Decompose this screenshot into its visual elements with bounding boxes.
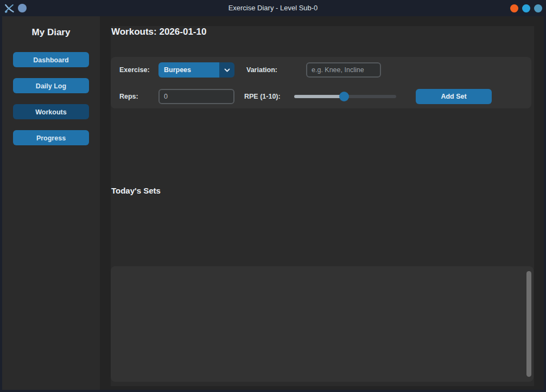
workouts-page: Workouts: 2026-01-10 Exercise: Burpees V… — [111, 26, 534, 386]
exercise-dropdown[interactable]: Burpees — [158, 62, 234, 78]
exercise-dropdown-value: Burpees — [158, 62, 219, 78]
sidebar-heading: My Diary — [2, 27, 100, 38]
sidebar-item-dashboard[interactable]: Dashboard — [13, 52, 89, 67]
page-title: Workouts: 2026-01-10 — [111, 27, 206, 37]
window-border-right — [544, 16, 546, 392]
reps-input[interactable] — [158, 89, 234, 104]
exercise-label: Exercise: — [119, 62, 150, 78]
rpe-slider-thumb[interactable] — [339, 92, 349, 101]
todays-sets-heading: Today's Sets — [111, 186, 161, 195]
titlebar: Exercise Diary - Level Sub-0 — [0, 0, 546, 16]
add-set-button[interactable]: Add Set — [416, 89, 492, 104]
sidebar-item-workouts[interactable]: Workouts — [13, 104, 89, 119]
rpe-slider[interactable] — [294, 95, 396, 98]
window-button-muted-icon[interactable] — [534, 4, 542, 12]
sidebar: My Diary Dashboard Daily Log Workouts Pr… — [2, 16, 100, 390]
chevron-down-icon — [224, 68, 230, 72]
todays-sets-list — [111, 266, 534, 382]
app-window: Exercise Diary - Level Sub-0 My Diary Da… — [0, 0, 546, 392]
sidebar-item-daily-log[interactable]: Daily Log — [13, 78, 89, 93]
window-controls — [510, 0, 542, 16]
rpe-label: RPE (1-10): — [244, 89, 281, 104]
sidebar-item-progress[interactable]: Progress — [13, 130, 89, 145]
variation-input[interactable] — [306, 62, 381, 78]
window-button-orange-icon[interactable] — [510, 4, 518, 12]
exercise-dropdown-button[interactable] — [219, 62, 234, 78]
reps-label: Reps: — [119, 89, 138, 104]
sets-scrollbar[interactable] — [526, 271, 531, 377]
main-area: Workouts: 2026-01-10 Exercise: Burpees V… — [100, 16, 544, 390]
window-title: Exercise Diary - Level Sub-0 — [0, 0, 546, 16]
add-set-form-panel: Exercise: Burpees Variation: Reps: RPE (… — [111, 57, 531, 108]
window-border-bottom — [0, 390, 546, 392]
rpe-slider-progress — [294, 95, 344, 98]
variation-label: Variation: — [246, 62, 277, 78]
window-button-blue-icon[interactable] — [522, 4, 530, 12]
